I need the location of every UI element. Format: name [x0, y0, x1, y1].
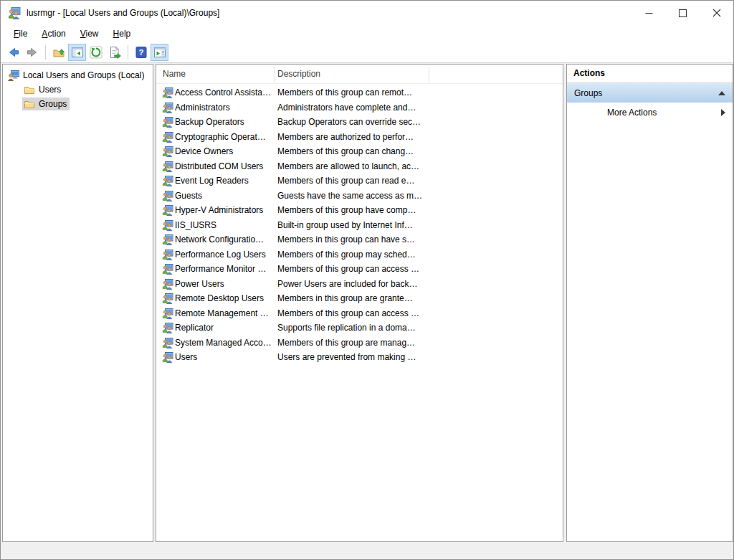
toolbar-separator	[45, 45, 46, 60]
menu-view[interactable]: View	[73, 27, 106, 41]
minimize-icon	[645, 9, 653, 17]
lusrmgr-window: lusrmgr - [Local Users and Groups (Local…	[0, 0, 734, 560]
forward-icon	[26, 46, 39, 59]
group-description: Backup Operators can override sec…	[277, 117, 421, 127]
column-header-description[interactable]: Description	[277, 65, 320, 84]
group-icon	[162, 293, 173, 304]
group-row[interactable]: Replicator Supports file replication in …	[156, 321, 563, 336]
group-row[interactable]: Remote Management … Members of this grou…	[156, 306, 563, 321]
menu-help-key: H	[113, 29, 120, 39]
tree-item-label: Groups	[39, 99, 67, 109]
maximize-button[interactable]	[666, 1, 700, 25]
group-name: Network Configuratio…	[175, 234, 264, 245]
up-one-level-icon	[52, 46, 65, 59]
group-description: Supports file replication in a doma…	[277, 323, 416, 333]
group-name: Users	[175, 352, 197, 362]
group-description: Members of this group can access …	[277, 308, 419, 318]
group-description: Power Users are included for back…	[277, 279, 417, 289]
group-row[interactable]: Device Owners Members of this group can …	[156, 144, 563, 159]
back-button[interactable]	[4, 44, 22, 61]
collapse-icon[interactable]	[718, 91, 725, 95]
help-button[interactable]: ?	[132, 44, 150, 61]
lusrmgr-app-icon	[8, 6, 21, 19]
column-divider[interactable]	[429, 67, 429, 82]
back-icon	[7, 46, 20, 59]
actions-groups-label: Groups	[574, 88, 718, 98]
group-name: Backup Operators	[175, 117, 244, 127]
group-icon	[162, 161, 173, 172]
group-row[interactable]: Guests Guests have the same access as m…	[156, 189, 563, 204]
tree-item-groups[interactable]: Groups	[3, 97, 153, 111]
group-name: Guests	[175, 191, 202, 201]
column-divider[interactable]	[274, 67, 275, 82]
group-description: Members of this group have comp…	[277, 205, 416, 215]
group-description: Members of this group can read e…	[277, 176, 414, 186]
folder-icon	[24, 98, 35, 110]
group-row[interactable]: Event Log Readers Members of this group …	[156, 174, 563, 189]
menu-action-rest: ction	[47, 29, 65, 39]
refresh-icon	[90, 46, 103, 59]
group-row[interactable]: Access Control Assista… Members of this …	[156, 85, 563, 100]
group-name: Event Log Readers	[175, 176, 249, 186]
group-name: Remote Desktop Users	[175, 293, 264, 303]
group-icon	[162, 219, 173, 231]
group-row[interactable]: Users Users are prevented from making …	[156, 350, 563, 365]
close-icon	[712, 9, 721, 17]
help-icon: ?	[135, 46, 148, 59]
group-icon	[162, 249, 173, 260]
groups-list-pane: Name Description Access Control Assista……	[156, 64, 563, 542]
actions-pane: Actions Groups More Actions	[566, 64, 733, 542]
list-header: Name Description	[156, 65, 563, 84]
menu-help[interactable]: Help	[106, 27, 138, 41]
group-description: Members of this group can chang…	[277, 146, 414, 156]
group-icon	[162, 337, 173, 348]
group-row[interactable]: Remote Desktop Users Members in this gro…	[156, 291, 563, 306]
group-row[interactable]: System Managed Acco… Members of this gro…	[156, 336, 563, 351]
group-row[interactable]: IIS_IUSRS Built-in group used by Interne…	[156, 218, 563, 233]
groups-list: Access Control Assista… Members of this …	[156, 85, 563, 365]
show-action-pane-icon	[153, 46, 166, 59]
menu-help-rest: elp	[119, 29, 130, 39]
group-name: Administrators	[175, 103, 230, 113]
group-name: Device Owners	[175, 146, 233, 156]
group-description: Administrators have complete and…	[277, 103, 416, 113]
tree-root-local-users-and-groups[interactable]: Local Users and Groups (Local)	[3, 68, 153, 82]
group-icon	[162, 190, 173, 201]
group-row[interactable]: Network Configuratio… Members in this gr…	[156, 232, 563, 247]
group-icon	[162, 278, 173, 290]
more-actions-item[interactable]: More Actions	[567, 103, 733, 122]
group-name: Remote Management …	[175, 308, 269, 318]
group-description: Members in this group are grante…	[277, 293, 413, 303]
group-description: Members of this group can access …	[277, 264, 419, 274]
show-console-tree-button[interactable]	[68, 44, 86, 61]
group-row[interactable]: Backup Operators Backup Operators can ov…	[156, 115, 563, 130]
group-icon	[162, 102, 173, 113]
close-button[interactable]	[700, 1, 733, 25]
group-row[interactable]: Performance Monitor … Members of this gr…	[156, 262, 563, 277]
refresh-button[interactable]	[87, 44, 105, 61]
menu-file[interactable]: File	[6, 27, 34, 41]
up-one-level-button[interactable]	[49, 44, 67, 61]
forward-button[interactable]	[23, 44, 41, 61]
export-list-button[interactable]	[105, 44, 123, 61]
actions-groups-section-header[interactable]: Groups	[567, 83, 733, 103]
show-action-pane-button[interactable]	[151, 44, 168, 61]
menu-view-key: V	[80, 29, 86, 39]
group-row[interactable]: Distributed COM Users Members are allowe…	[156, 159, 563, 174]
toolbar-separator	[128, 45, 128, 60]
tree-item-users[interactable]: Users	[3, 82, 153, 97]
group-row[interactable]: Cryptographic Operat… Members are author…	[156, 130, 563, 145]
group-description: Guests have the same access as m…	[277, 191, 422, 201]
group-icon	[162, 146, 173, 157]
menu-action[interactable]: Action	[34, 27, 72, 41]
menu-bar: File Action View Help	[1, 25, 733, 42]
group-row[interactable]: Power Users Power Users are included for…	[156, 277, 563, 292]
group-row[interactable]: Hyper-V Administrators Members of this g…	[156, 203, 563, 218]
title-bar: lusrmgr - [Local Users and Groups (Local…	[1, 1, 733, 25]
group-icon	[162, 204, 173, 216]
minimize-button[interactable]	[632, 1, 666, 25]
group-row[interactable]: Performance Log Users Members of this gr…	[156, 247, 563, 262]
group-description: Members of this group may sched…	[277, 250, 416, 260]
group-row[interactable]: Administrators Administrators have compl…	[156, 100, 563, 115]
column-header-name[interactable]: Name	[163, 65, 186, 84]
